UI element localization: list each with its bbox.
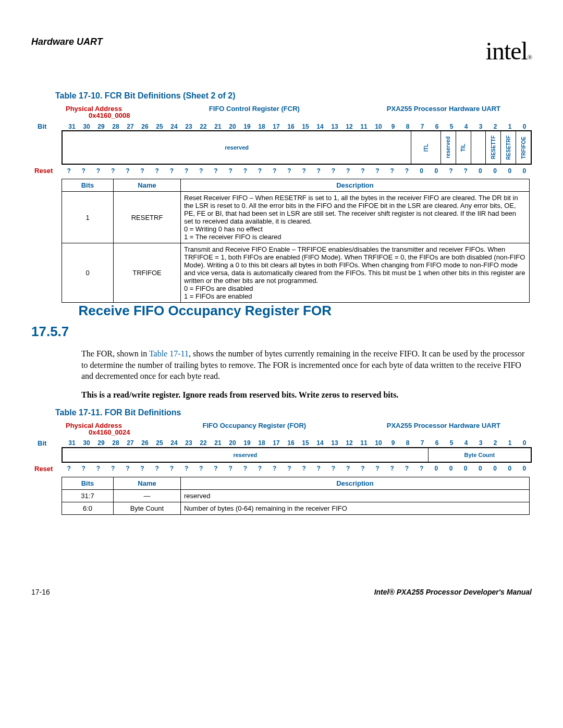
reset-value: ? [106, 167, 120, 175]
reset-value: ? [76, 465, 91, 472]
table2-pa-addr: 0x4160_0024 [89, 428, 532, 436]
bit-number: 30 [79, 123, 94, 130]
hdr-name: Name [114, 179, 181, 192]
bit-number: 21 [211, 123, 225, 130]
bit-number: 21 [211, 439, 225, 447]
table1-title: Table 17-10. FCR Bit Definitions (Sheet … [55, 91, 532, 101]
reset-value: 0 [517, 465, 532, 472]
header-title: Hardware UART [31, 36, 103, 47]
bit-number: 29 [94, 439, 108, 447]
reset-value: ? [76, 167, 91, 175]
reset-value: ? [238, 167, 252, 175]
reset-value: ? [120, 167, 135, 175]
hdr-bits2: Bits [62, 477, 114, 489]
bit-number: 5 [444, 123, 459, 130]
intel-logo: intel® [486, 36, 532, 65]
reset-value: ? [135, 167, 150, 175]
reset-value: 0 [503, 465, 517, 472]
bit-number: 11 [357, 439, 371, 447]
reset-value: ? [209, 465, 223, 472]
reset-value: 0 [429, 465, 444, 472]
reset-value: ? [120, 465, 135, 472]
reset-value: 0 [458, 465, 473, 472]
table1-proc: PXA255 Processor Hardware UART [387, 105, 500, 113]
reset-value: ? [297, 465, 311, 472]
cell-name: TRFIFOE [114, 243, 181, 303]
bit-number: 16 [284, 123, 298, 130]
reset-value: ? [356, 465, 370, 472]
reset-value: ? [209, 167, 223, 175]
reset-value: ? [91, 167, 105, 175]
bit-number: 24 [167, 123, 181, 130]
bit-number: 22 [196, 123, 211, 130]
reset-value: ? [444, 167, 458, 175]
cell-desc: Reset Receiver FIFO – When RESETRF is se… [181, 192, 530, 243]
reset-value: ? [252, 465, 267, 472]
bit-number: 1 [503, 439, 517, 447]
reset-value: ? [179, 167, 194, 175]
bit-number: 19 [240, 439, 254, 447]
hdr-bits: Bits [62, 179, 114, 192]
bit-number: 14 [313, 439, 327, 447]
reset-value: 0 [473, 465, 487, 472]
section-para2: This is a read/write register. Ignore re… [81, 390, 532, 400]
bit-number: 27 [123, 439, 138, 447]
reset-value: ? [282, 465, 297, 472]
bit-field: reserved [440, 131, 456, 164]
table2-bit-row: Bit 313029282726252423222120191817161514… [34, 439, 532, 447]
reset-value: ? [399, 167, 414, 175]
table-row: 31:7—reserved [62, 489, 530, 502]
reset-label: Reset [34, 167, 62, 175]
reset-value: 0 [473, 167, 487, 175]
section-number: 17.5.7 [31, 324, 76, 340]
bit-number: 25 [152, 123, 167, 130]
bit-number: 20 [225, 123, 240, 130]
bit-number: 9 [386, 123, 400, 130]
reset-value: ? [282, 167, 297, 175]
bit-field: ITL [411, 131, 440, 164]
table-link[interactable]: Table 17-11 [149, 349, 189, 358]
table-row: 1RESETRFReset Receiver FIFO – When RESET… [62, 192, 530, 243]
bit-number: 15 [298, 123, 313, 130]
reset-value: ? [194, 465, 209, 472]
bit-number: 12 [342, 123, 357, 130]
table1-bit-row: Bit 313029282726252423222120191817161514… [34, 122, 532, 130]
reset-value: ? [267, 465, 282, 472]
bit-number: 18 [254, 123, 269, 130]
reset-value: ? [370, 167, 385, 175]
reset-value: 0 [503, 167, 517, 175]
table2-fields: reservedByte Count [62, 447, 532, 463]
cell-desc: Number of bytes (0-64) remaining in the … [181, 502, 530, 514]
table1-reset: ????????????????????????00??0000 [62, 167, 532, 175]
bit-number: 8 [400, 439, 415, 447]
bit-field: RESETTF [485, 131, 500, 164]
bit-number: 0 [517, 123, 532, 130]
bit-label2: Bit [34, 439, 65, 447]
reset-value: ? [194, 167, 209, 175]
section-para1: The FOR, shown in Table 17-11, shows the… [81, 348, 532, 382]
table1-reset-row: Reset ????????????????????????00??0000 [34, 167, 532, 175]
reset-value: ? [238, 465, 252, 472]
table2-title: Table 17-11. FOR Bit Definitions [55, 408, 532, 417]
bit-number: 7 [415, 123, 430, 130]
bit-label: Bit [34, 122, 65, 130]
reset-value: 0 [517, 167, 532, 175]
bit-number: 6 [430, 439, 444, 447]
bit-field: reserved [63, 131, 411, 164]
reset-value: 0 [444, 465, 458, 472]
bit-number: 11 [357, 123, 371, 130]
reset-value: ? [326, 465, 340, 472]
reset-value: ? [91, 465, 105, 472]
reset-value: ? [385, 167, 399, 175]
bit-number: 23 [181, 439, 196, 447]
reset-value: ? [326, 167, 340, 175]
reset-value: 0 [414, 167, 429, 175]
reset-value: ? [223, 167, 238, 175]
bit-number: 10 [371, 123, 386, 130]
reset-value: ? [385, 465, 399, 472]
hdr-desc2: Description [181, 477, 530, 489]
cell-name: RESETRF [114, 192, 181, 243]
table-row: 6:0Byte CountNumber of bytes (0-64) rema… [62, 502, 530, 514]
table-row: 0TRFIFOETransmit and Receive FIFO Enable… [62, 243, 530, 303]
section-title: Receive FIFO Occupancy Register FOR [78, 303, 332, 319]
